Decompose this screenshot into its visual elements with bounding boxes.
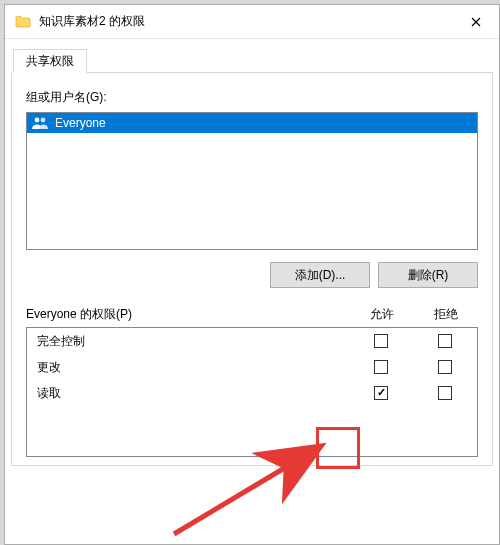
perm-read-deny-checkbox[interactable] (438, 386, 452, 400)
tab-share-permissions[interactable]: 共享权限 (13, 49, 87, 73)
perm-read-allow-checkbox[interactable] (374, 386, 388, 400)
allow-column-header: 允许 (350, 306, 414, 323)
titlebar: 知识库素材2 的权限 (5, 5, 499, 39)
users-listbox[interactable]: Everyone (26, 112, 478, 250)
close-icon (471, 17, 481, 27)
folder-icon (15, 14, 31, 30)
perm-change-deny-checkbox[interactable] (438, 360, 452, 374)
perm-change-allow-checkbox[interactable] (374, 360, 388, 374)
perm-change-label: 更改 (27, 359, 349, 376)
permissions-header: Everyone 的权限(P) 允许 拒绝 (26, 306, 478, 323)
perm-read-label: 读取 (27, 385, 349, 402)
client-area: 共享权限 组或用户名(G): Everyone (5, 39, 499, 544)
tab-body: 组或用户名(G): Everyone 添加(D)... (11, 73, 493, 466)
permissions-dialog: 知识库素材2 的权限 共享权限 组或用户名(G): (4, 4, 500, 545)
svg-point-0 (35, 118, 40, 123)
add-button[interactable]: 添加(D)... (270, 262, 370, 288)
group-icon (31, 115, 51, 131)
perm-full-control-label: 完全控制 (27, 333, 349, 350)
users-label: 组或用户名(G): (26, 89, 478, 106)
list-item[interactable]: Everyone (27, 113, 477, 133)
close-button[interactable] (453, 7, 499, 37)
permissions-for-label: Everyone 的权限(P) (26, 306, 350, 323)
perm-full-control-allow-checkbox[interactable] (374, 334, 388, 348)
tab-strip: 共享权限 (11, 49, 493, 73)
remove-button[interactable]: 删除(R) (378, 262, 478, 288)
table-row: 读取 (27, 380, 477, 406)
table-row: 完全控制 (27, 328, 477, 354)
dialog-title: 知识库素材2 的权限 (39, 13, 453, 30)
list-item-label: Everyone (55, 116, 106, 130)
deny-column-header: 拒绝 (414, 306, 478, 323)
button-row: 添加(D)... 删除(R) (26, 262, 478, 288)
svg-point-1 (41, 118, 46, 123)
perm-full-control-deny-checkbox[interactable] (438, 334, 452, 348)
permissions-table: 完全控制 更改 读取 (26, 327, 478, 457)
table-row: 更改 (27, 354, 477, 380)
